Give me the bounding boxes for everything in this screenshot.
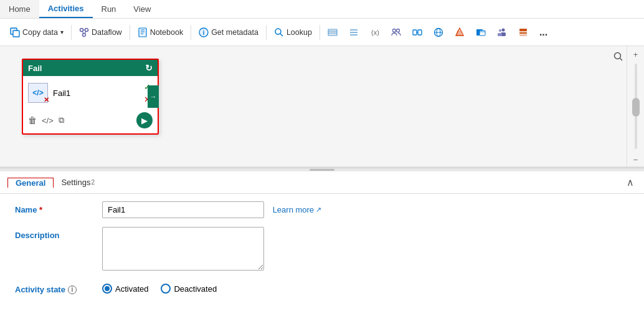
deactivated-radio[interactable]: Deactivated	[161, 284, 217, 294]
svg-rect-40	[519, 29, 527, 31]
more-label: ...	[539, 27, 547, 38]
code-icon[interactable]: </>	[42, 116, 54, 125]
learn-more-label: Learn more	[273, 205, 314, 214]
filter-icon-btn[interactable]	[323, 25, 343, 40]
go-button[interactable]: ▶	[136, 112, 153, 128]
stack-icon	[518, 27, 528, 37]
dataflow-icon	[79, 27, 89, 37]
lookup-button[interactable]: Lookup	[269, 25, 317, 40]
tab-general[interactable]: General	[7, 178, 54, 188]
zoom-in-btn[interactable]: +	[629, 47, 643, 61]
activity-icon-box: </> ✕	[28, 83, 48, 103]
activity-state-label: Activity state i	[15, 281, 102, 294]
name-form-control: Learn more ↗	[102, 201, 629, 218]
learn-more-link[interactable]: Learn more ↗	[273, 205, 321, 214]
svg-rect-16	[328, 29, 337, 36]
activity-card-header: Fail ↻	[23, 60, 158, 76]
scroll-track	[635, 64, 637, 149]
svg-point-43	[615, 53, 621, 59]
lookup-label: Lookup	[286, 28, 312, 37]
svg-text:i: i	[203, 29, 205, 36]
delete-icon[interactable]: 🗑	[28, 115, 37, 125]
tab-view[interactable]: View	[125, 0, 159, 18]
more-button[interactable]: ...	[534, 24, 552, 41]
description-form-control	[102, 227, 629, 272]
teams-icon	[497, 27, 507, 37]
globe-icon-btn[interactable]	[429, 25, 448, 40]
arrow-right-icon: →	[150, 93, 157, 100]
description-form-row: Description	[15, 227, 629, 272]
tab-settings-label: Settings	[61, 178, 90, 187]
panel-tabs: General Settings2 ∧	[0, 171, 644, 194]
tab-activities[interactable]: Activities	[39, 0, 93, 18]
svg-rect-26	[418, 30, 422, 35]
svg-rect-34	[480, 31, 485, 36]
toolbar-divider-3	[191, 25, 191, 40]
deactivated-radio-circle	[161, 284, 171, 294]
people-icon-btn[interactable]	[386, 25, 406, 40]
dataflow-label: Dataflow	[92, 28, 122, 37]
list-icon	[349, 27, 359, 37]
activity-name-row: </> ✕ Fail1	[28, 83, 70, 103]
activity-card-name: Fail1	[53, 89, 70, 98]
svg-rect-25	[413, 30, 417, 35]
svg-rect-42	[519, 35, 527, 36]
bottom-panel: General Settings2 ∧ Name Learn more ↗ De…	[0, 171, 644, 310]
people-icon	[391, 27, 401, 37]
zoom-out-btn[interactable]: −	[629, 153, 643, 166]
canvas-area: Fail ↻ </> ✕ Fail1 ✓ ✕ 🗑 </> ⧉	[0, 46, 644, 168]
stack-icon-btn[interactable]	[513, 25, 533, 40]
svg-point-36	[501, 28, 504, 31]
notebook-label: Notebook	[150, 28, 184, 37]
activated-radio[interactable]: Activated	[102, 284, 148, 294]
toolbar-divider-2	[130, 25, 130, 40]
tab-home[interactable]: Home	[0, 0, 39, 18]
variable-icon-btn[interactable]: (x)	[365, 25, 385, 40]
description-textarea[interactable]	[102, 227, 264, 271]
scroll-thumb[interactable]	[632, 98, 640, 117]
toolbar: Copy data ▾ Dataflow Notebook i Get meta…	[0, 19, 644, 46]
activity-card-body: </> ✕ Fail1 ✓ ✕	[23, 76, 158, 110]
arrow-right-btn[interactable]: →	[148, 85, 159, 108]
activity-card-footer: 🗑 </> ⧉ ▶	[23, 110, 158, 133]
azure-icon-btn[interactable]	[450, 25, 470, 40]
copy-data-button[interactable]: Copy data ▾	[5, 25, 69, 40]
activity-type-icon: </>	[32, 89, 43, 97]
collapse-panel-btn[interactable]: ∧	[624, 174, 637, 191]
activity-state-form-row: Activity state i Activated Deactivated	[15, 281, 629, 294]
name-label: Name	[15, 201, 102, 214]
deactivated-label: Deactivated	[174, 284, 217, 294]
toolbar-divider-5	[320, 25, 320, 40]
split-handle-bar	[310, 169, 334, 171]
tab-settings[interactable]: Settings2	[54, 178, 102, 187]
get-metadata-button[interactable]: i Get metadata	[194, 25, 263, 40]
activity-card-refresh-icon[interactable]: ↻	[145, 63, 153, 73]
svg-point-3	[85, 28, 88, 31]
list-icon-btn[interactable]	[344, 25, 364, 40]
svg-line-15	[280, 34, 283, 36]
svg-rect-1	[13, 31, 19, 37]
copy-icon[interactable]: ⧉	[59, 115, 64, 125]
notebook-button[interactable]: Notebook	[133, 25, 189, 40]
form-area: Name Learn more ↗ Description Activity s…	[0, 194, 644, 310]
lookup-icon	[274, 27, 284, 37]
variable-icon: (x)	[370, 27, 380, 37]
canvas-search-icon[interactable]	[612, 50, 625, 64]
azure-icon	[455, 27, 465, 37]
svg-rect-39	[498, 33, 502, 36]
copy-data-dropdown-icon: ▾	[60, 29, 64, 36]
globe-icon	[433, 27, 443, 37]
svg-rect-8	[139, 28, 146, 37]
name-input[interactable]	[102, 201, 264, 218]
outlook-icon-btn[interactable]	[471, 25, 491, 40]
tab-run[interactable]: Run	[93, 0, 125, 18]
get-metadata-label: Get metadata	[211, 28, 258, 37]
teams-icon-btn[interactable]	[492, 25, 512, 40]
activity-state-info-icon[interactable]: i	[68, 285, 77, 294]
copy-data-label: Copy data	[22, 28, 58, 37]
pipeline-icon-btn[interactable]	[407, 25, 427, 40]
svg-line-44	[620, 59, 623, 61]
dataflow-button[interactable]: Dataflow	[74, 25, 127, 40]
svg-point-23	[392, 29, 395, 32]
activity-error-badge: ✕	[44, 96, 49, 104]
